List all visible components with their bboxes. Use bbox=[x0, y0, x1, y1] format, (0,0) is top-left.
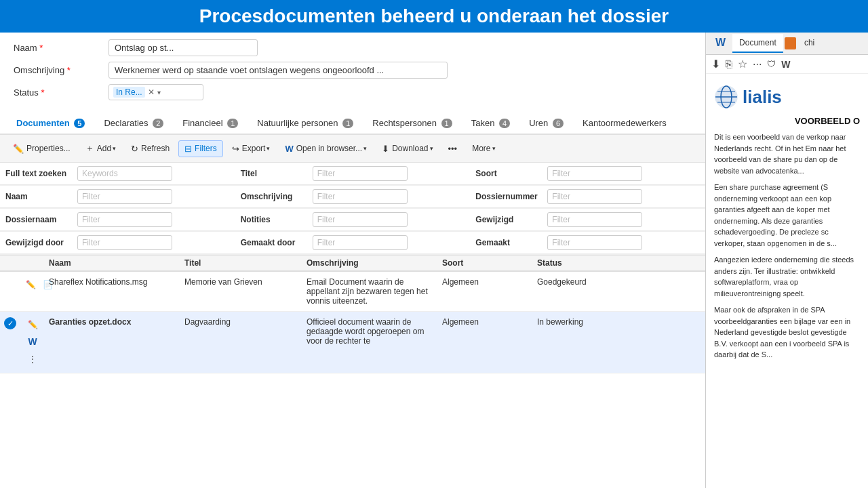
refresh-button[interactable]: ↻ Refresh bbox=[125, 140, 176, 157]
titel-input[interactable] bbox=[313, 166, 408, 181]
row1-soort: Algemeen bbox=[437, 274, 532, 289]
filter-row-3: Dossiernaam Notities Gewijzigd bbox=[0, 209, 705, 232]
filter-area: Full text zoeken Titel Soort Naam bbox=[0, 163, 705, 256]
status-label: Status * bbox=[14, 87, 108, 98]
rp-tab-archive[interactable]: chi bbox=[797, 34, 821, 53]
filter-gewijzigd: Gewijzigd bbox=[470, 209, 705, 231]
rp-preview-title: VOORBEELD O bbox=[714, 116, 860, 126]
more-label-button[interactable]: More ▾ bbox=[466, 140, 501, 157]
tab-declaraties[interactable]: Declaraties 2 bbox=[94, 113, 173, 135]
export-button[interactable]: ↪ Export ▾ bbox=[226, 140, 277, 157]
refresh-icon: ↻ bbox=[131, 144, 138, 154]
filter-dossiernummer: Dossiernummer bbox=[470, 186, 705, 208]
add-chevron-icon: ▾ bbox=[113, 145, 116, 152]
tab-taken[interactable]: Taken 4 bbox=[462, 113, 519, 135]
omschrijving-input[interactable] bbox=[108, 62, 448, 79]
filter-naam: Naam bbox=[0, 186, 235, 208]
row1-omschrijving: Email Document waarin de appellant zijn … bbox=[301, 274, 437, 308]
globe-icon bbox=[714, 85, 738, 109]
gemaakt-input[interactable] bbox=[547, 235, 642, 250]
omschrijving-filter-input[interactable] bbox=[313, 189, 408, 204]
add-button[interactable]: ＋ Add ▾ bbox=[79, 139, 122, 158]
col-soort: Soort bbox=[437, 258, 532, 268]
rp-shield-icon[interactable]: 🛡 bbox=[767, 59, 776, 69]
more-button[interactable]: ••• bbox=[442, 140, 464, 157]
rp-tab-document[interactable]: Document bbox=[732, 34, 783, 53]
status-field[interactable]: In Re... ✕ ▾ bbox=[108, 84, 203, 100]
dossiernummer-input[interactable] bbox=[547, 189, 642, 204]
rp-tab-orange[interactable] bbox=[785, 37, 796, 49]
full-text-input[interactable] bbox=[77, 166, 172, 181]
gewijzigd-input[interactable] bbox=[547, 212, 642, 227]
tab-financieel[interactable]: Financieel 1 bbox=[173, 113, 248, 135]
ellipsis-icon: ••• bbox=[448, 144, 458, 154]
rp-download-icon[interactable]: ⬇ bbox=[711, 58, 720, 70]
export-icon: ↪ bbox=[232, 144, 239, 154]
naam-input[interactable] bbox=[108, 39, 258, 56]
rp-para-3: Aangezien iedere onderneming die steeds … bbox=[714, 254, 860, 299]
row1-edit-icon[interactable]: ✏️ bbox=[23, 277, 39, 292]
rp-ellipsis-icon[interactable]: ··· bbox=[753, 58, 762, 70]
download-button[interactable]: ⬇ Download ▾ bbox=[376, 140, 439, 157]
gewijzigd-door-input[interactable] bbox=[77, 235, 172, 250]
col-naam: Naam bbox=[43, 258, 179, 268]
rp-tab-word[interactable]: W bbox=[709, 33, 732, 54]
col-type bbox=[22, 258, 43, 268]
filter-omschrijving: Omschrijving bbox=[235, 186, 471, 208]
form-section: Naam * Omschrijving * Status * In Re. bbox=[0, 33, 705, 113]
naam-row: Naam * bbox=[14, 39, 692, 56]
tab-uren[interactable]: Uren 6 bbox=[519, 113, 573, 135]
more-chevron-icon: ▾ bbox=[492, 145, 496, 152]
gemaakt-door-input[interactable] bbox=[313, 235, 408, 250]
left-panel: Naam * Omschrijving * Status * In Re. bbox=[0, 33, 705, 488]
status-chevron-icon[interactable]: ▾ bbox=[157, 89, 161, 96]
soort-input[interactable] bbox=[547, 166, 642, 181]
filters-button[interactable]: ⊟ Filters bbox=[178, 140, 223, 157]
row2-word-icon[interactable]: W bbox=[23, 333, 42, 350]
row1-naam: Shareflex Notifications.msg bbox=[43, 274, 179, 289]
pencil-icon: ✏️ bbox=[13, 144, 24, 154]
dossiernaam-input[interactable] bbox=[77, 212, 172, 227]
tab-natuurlijke-personen[interactable]: Natuurlijke personen 1 bbox=[248, 113, 363, 135]
lialis-logo: lialis bbox=[714, 85, 860, 109]
right-panel: W Document chi ⬇ ⎘ ☆ ··· 🛡 W bbox=[705, 33, 868, 488]
rp-copy-icon[interactable]: ⎘ bbox=[726, 58, 732, 70]
row2-menu-icon[interactable]: ⋮ bbox=[23, 351, 42, 367]
tab-rechtspersonen[interactable]: Rechtspersonen 1 bbox=[363, 113, 461, 135]
row1-titel: Memorie van Grieven bbox=[179, 274, 301, 289]
rp-content: lialis VOORBEELD O Dit is een voorbeeld … bbox=[706, 74, 868, 488]
download-chevron-icon: ▾ bbox=[430, 145, 433, 152]
filter-titel: Titel bbox=[235, 163, 471, 185]
rp-word-icon[interactable]: W bbox=[781, 59, 790, 70]
row2-edit-icon[interactable]: ✏️ bbox=[23, 317, 42, 332]
right-panel-tabs: W Document chi bbox=[706, 33, 868, 55]
naam-filter-input[interactable] bbox=[77, 189, 172, 204]
omschrijving-row: Omschrijving * bbox=[14, 62, 692, 79]
table-row: ✓ ✏️ W ⋮ Garanties opzet.docx Dagvaardin… bbox=[0, 312, 705, 373]
status-tag: In Re... bbox=[113, 87, 145, 98]
row1-actions: ✏️ 📄 bbox=[22, 274, 43, 295]
col-check bbox=[0, 258, 22, 268]
naam-label: Naam * bbox=[14, 43, 108, 53]
open-in-browser-button[interactable]: W Open in browser... ▾ bbox=[279, 140, 373, 157]
omschrijving-label: Omschrijving * bbox=[14, 65, 108, 75]
filter-gemaakt: Gemaakt bbox=[470, 232, 705, 254]
filter-soort: Soort bbox=[470, 163, 705, 185]
properties-button[interactable]: ✏️ Properties... bbox=[7, 140, 77, 157]
rp-star-icon[interactable]: ☆ bbox=[738, 58, 747, 70]
row2-omschrijving: Officieel document waarin de gedaagde wo… bbox=[301, 314, 437, 348]
notities-input[interactable] bbox=[313, 212, 408, 227]
tab-documenten[interactable]: Documenten 5 bbox=[7, 113, 94, 135]
tabs-bar: Documenten 5 Declaraties 2 Financieel 1 … bbox=[0, 113, 705, 135]
row2-check[interactable]: ✓ bbox=[0, 314, 22, 332]
filter-full-text: Full text zoeken bbox=[0, 163, 235, 185]
tab-kantoormedewerkers[interactable]: Kantoormedewerkers bbox=[573, 113, 676, 135]
top-banner: Procesdocumenten beheerd u onderaan het … bbox=[0, 0, 868, 33]
filter-gemaakt-door: Gemaakt door bbox=[235, 232, 471, 254]
row1-check[interactable] bbox=[0, 274, 22, 280]
word-tab-icon: W bbox=[715, 37, 726, 48]
open-chevron-icon: ▾ bbox=[363, 145, 367, 152]
status-clear-icon[interactable]: ✕ bbox=[148, 87, 155, 97]
toolbar: ✏️ Properties... ＋ Add ▾ ↻ Refresh ⊟ Fil… bbox=[0, 135, 705, 163]
rp-toolbar: ⬇ ⎘ ☆ ··· 🛡 W bbox=[706, 55, 868, 74]
